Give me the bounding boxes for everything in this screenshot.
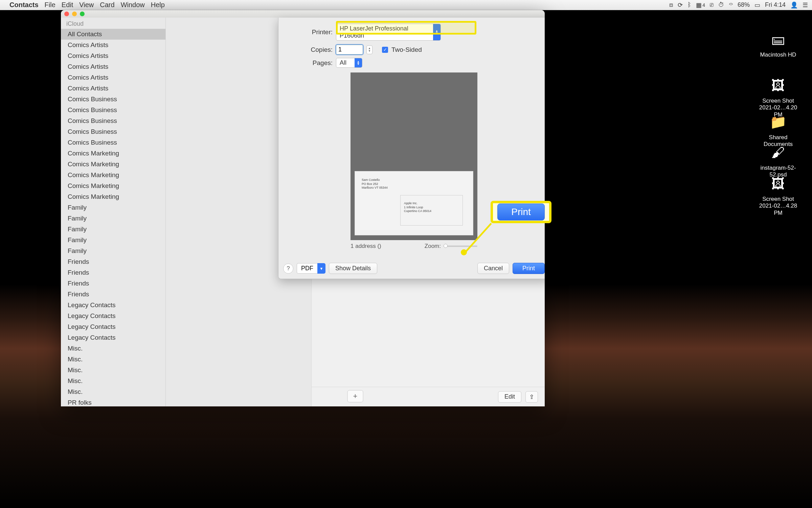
sidebar-group-item[interactable]: Comics Marketing xyxy=(61,191,165,202)
preview-envelope: Sam Costello PO Box 252 Marlboro VT 0534… xyxy=(355,171,473,235)
print-preview: Sam Costello PO Box 252 Marlboro VT 0534… xyxy=(351,72,477,240)
file-icon: 🖌 xyxy=(768,142,788,163)
desktop-icon-screenshot-2[interactable]: 🖼Screen Shot 2021-02…4.28 PM xyxy=(754,173,802,216)
menu-view[interactable]: View xyxy=(79,1,94,9)
menu-window[interactable]: Window xyxy=(121,1,145,9)
sidebar-group-item[interactable]: Comics Artists xyxy=(61,50,165,61)
file-icon: 🖼 xyxy=(768,75,788,96)
desktop-icon-macintosh-hd[interactable]: 🖴Macintosh HD xyxy=(754,29,802,58)
copies-stepper[interactable]: ▲▼ xyxy=(366,45,373,54)
annotation-leader-dot xyxy=(461,249,467,255)
close-traffic-light[interactable] xyxy=(64,12,69,16)
dropbox-icon[interactable]: ⧈ xyxy=(669,1,673,8)
battery-icon[interactable]: ▭ xyxy=(754,1,760,9)
chevron-updown-icon: ▲▼ xyxy=(355,58,362,67)
destination-address: Apple Inc. 1 Infinite Loop Cupertino CA … xyxy=(400,195,463,226)
sidebar-group-item[interactable]: Comics Business xyxy=(61,94,165,105)
zoom-label: Zoom: xyxy=(425,243,441,250)
return-address: Sam Costello PO Box 252 Marlboro VT 0534… xyxy=(362,178,388,190)
sidebar-group-item[interactable]: Family xyxy=(61,213,165,224)
menu-card[interactable]: Card xyxy=(100,1,114,9)
sidebar-section-icloud: iCloud xyxy=(61,19,165,29)
sidebar-group-item[interactable]: Legacy Contacts xyxy=(61,300,165,311)
sidebar-group-item[interactable]: Comics Business xyxy=(61,115,165,126)
groups-sidebar[interactable]: iCloud All ContactsComics ArtistsComics … xyxy=(61,18,166,406)
grid-icon[interactable]: ▦4 xyxy=(696,1,705,9)
sidebar-group-item[interactable]: Comics Artists xyxy=(61,61,165,72)
sidebar-group-item[interactable]: Misc. xyxy=(61,365,165,376)
sidebar-group-item[interactable]: Family xyxy=(61,235,165,246)
help-button[interactable]: ? xyxy=(283,263,293,274)
sidebar-group-item[interactable]: Comics Business xyxy=(61,105,165,115)
sidebar-group-item[interactable]: Friends xyxy=(61,289,165,300)
user-icon[interactable]: 👤 xyxy=(790,1,798,9)
menu-edit[interactable]: Edit xyxy=(62,1,73,9)
pages-label: Pages: xyxy=(289,59,333,67)
printer-label: Printer: xyxy=(289,28,333,36)
sidebar-group-item[interactable]: Family xyxy=(61,246,165,256)
bluetooth-icon[interactable]: ᛒ xyxy=(687,1,691,8)
copies-input[interactable] xyxy=(336,45,363,55)
sidebar-group-item[interactable]: Comics Artists xyxy=(61,83,165,94)
show-details-button[interactable]: Show Details xyxy=(329,263,377,274)
sidebar-group-item[interactable]: Friends xyxy=(61,256,165,267)
sidebar-group-item[interactable]: Friends xyxy=(61,278,165,289)
pdf-menu[interactable]: PDF ▼ xyxy=(297,263,325,274)
menu-help[interactable]: Help xyxy=(151,1,165,9)
chevron-down-icon: ▼ xyxy=(317,263,325,274)
copies-label: Copies: xyxy=(289,46,333,54)
zoom-traffic-light[interactable] xyxy=(80,12,85,16)
print-button[interactable]: Print xyxy=(513,263,545,274)
menubar: Contacts File Edit View Card Window Help… xyxy=(0,0,812,10)
sidebar-group-item[interactable]: Comics Business xyxy=(61,126,165,137)
sidebar-group-item[interactable]: Comics Marketing xyxy=(61,170,165,181)
file-icon: 🖼 xyxy=(768,173,788,194)
twosided-checkbox[interactable]: ✓ xyxy=(382,47,388,53)
cancel-button[interactable]: Cancel xyxy=(477,263,509,274)
sidebar-group-item[interactable]: Legacy Contacts xyxy=(61,311,165,321)
pages-select[interactable]: All ▲▼ xyxy=(336,58,362,68)
preview-count: 1 address () xyxy=(351,243,381,250)
menubar-app-name[interactable]: Contacts xyxy=(9,1,39,9)
file-icon: 🖴 xyxy=(768,29,788,49)
battery-percent[interactable]: 68% xyxy=(738,1,750,8)
display-icon[interactable]: ⎚ xyxy=(710,1,714,8)
sidebar-group-item[interactable]: Comics Business xyxy=(61,137,165,148)
sidebar-group-item[interactable]: Comics Artists xyxy=(61,72,165,83)
menubar-clock[interactable]: Fri 4:14 xyxy=(765,1,786,8)
minimize-traffic-light[interactable] xyxy=(72,12,77,16)
sidebar-group-item[interactable]: Legacy Contacts xyxy=(61,321,165,332)
sidebar-group-item[interactable]: Comics Marketing xyxy=(61,159,165,170)
sidebar-group-item[interactable]: Misc. xyxy=(61,376,165,386)
sidebar-group-item[interactable]: All Contacts xyxy=(61,29,165,40)
sidebar-group-item[interactable]: Misc. xyxy=(61,386,165,397)
sidebar-group-item[interactable]: Comics Marketing xyxy=(61,148,165,159)
sidebar-group-item[interactable]: Family xyxy=(61,224,165,235)
clock-icon[interactable]: ⏱ xyxy=(718,1,724,8)
sidebar-group-item[interactable]: Misc. xyxy=(61,343,165,354)
file-icon: 📁 xyxy=(768,112,788,132)
annotation-callout-print: Print xyxy=(491,201,551,223)
zoom-slider[interactable] xyxy=(444,246,477,247)
contacts-main-area: ▶ eo ✉ mail Edit xyxy=(166,18,545,406)
sync-icon[interactable]: ⟳ xyxy=(678,1,683,9)
chevron-updown-icon: ▲▼ xyxy=(433,24,441,40)
contacts-window: iCloud All ContactsComics ArtistsComics … xyxy=(61,10,545,406)
desktop-icon-instagram-psd[interactable]: 🖌instagram-52-52.psd xyxy=(754,142,802,178)
sidebar-group-item[interactable]: PR folks xyxy=(61,397,165,406)
sidebar-group-item[interactable]: Family xyxy=(61,202,165,213)
twosided-label: Two-Sided xyxy=(391,46,422,54)
sidebar-group-item[interactable]: Legacy Contacts xyxy=(61,332,165,343)
print-dialog: Printer: HP LaserJet Professional P1606d… xyxy=(278,18,545,279)
window-titlebar[interactable] xyxy=(61,10,545,18)
sidebar-group-item[interactable]: Friends xyxy=(61,267,165,278)
list-icon[interactable]: ☰ xyxy=(803,1,808,9)
sidebar-group-item[interactable]: Comics Marketing xyxy=(61,181,165,191)
sidebar-group-item[interactable]: Misc. xyxy=(61,354,165,365)
printer-select[interactable]: HP LaserJet Professional P1606dn ▲▼ xyxy=(336,24,441,41)
sidebar-group-item[interactable]: Comics Artists xyxy=(61,40,165,50)
menu-file[interactable]: File xyxy=(45,1,55,9)
wifi-icon[interactable]: ⌔ xyxy=(729,1,733,8)
